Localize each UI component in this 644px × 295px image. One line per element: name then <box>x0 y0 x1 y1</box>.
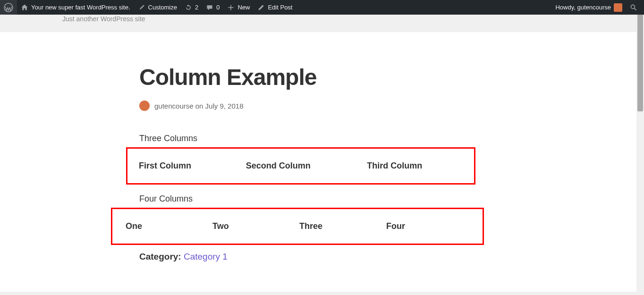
column-1: One <box>124 221 211 231</box>
edit-post-text: Edit Post <box>268 4 292 11</box>
updates-link[interactable]: 2 <box>181 0 202 15</box>
column-3: Third Column <box>341 161 463 171</box>
brush-icon <box>138 4 145 11</box>
new-link[interactable]: New <box>223 0 254 15</box>
new-text: New <box>237 4 250 11</box>
three-columns-block: First Column Second Column Third Column <box>126 147 475 185</box>
wp-logo-menu[interactable] <box>0 0 17 15</box>
site-name-link[interactable]: Your new super fast WordPress site. <box>17 0 134 15</box>
column-3: Three <box>297 221 384 231</box>
refresh-icon <box>185 4 192 11</box>
admin-bar-left: Your new super fast WordPress site. Cust… <box>0 0 296 15</box>
byline-text: gutencourse on July 9, 2018 <box>154 102 243 110</box>
column-1: First Column <box>139 161 235 171</box>
category-label: Category: <box>139 252 181 261</box>
wordpress-icon <box>4 3 13 12</box>
post-date[interactable]: July 9, 2018 <box>205 102 244 110</box>
site-tagline: Just another WordPress site <box>0 15 644 23</box>
post-title: Column Example <box>139 64 484 90</box>
category-link[interactable]: Category 1 <box>184 252 228 261</box>
pencil-icon <box>257 4 265 11</box>
scrollbar-thumb[interactable] <box>637 8 643 111</box>
post-content: Column Example gutencourse on July 9, 20… <box>139 32 484 262</box>
four-columns-block: One Two Three Four <box>111 208 484 245</box>
category-line: Category: Category 1 <box>139 252 484 262</box>
four-columns-label: Four Columns <box>139 194 484 204</box>
customize-link[interactable]: Customize <box>134 0 181 15</box>
site-name-text: Your new super fast WordPress site. <box>31 4 130 11</box>
column-2: Second Column <box>235 161 342 171</box>
three-columns-label: Three Columns <box>139 134 484 143</box>
comment-icon <box>206 4 213 11</box>
post-byline: gutencourse on July 9, 2018 <box>139 101 484 111</box>
search-icon <box>630 4 637 11</box>
comments-link[interactable]: 0 <box>202 0 223 15</box>
avatar-icon <box>614 3 622 12</box>
admin-bar: Your new super fast WordPress site. Cust… <box>0 0 644 15</box>
howdy-text: Howdy, gutencourse <box>555 4 611 11</box>
date-prefix: on <box>195 102 203 110</box>
plus-icon <box>227 4 235 11</box>
home-icon <box>21 4 28 11</box>
edit-post-link[interactable]: Edit Post <box>254 0 296 15</box>
author-link[interactable]: gutencourse <box>154 102 194 110</box>
scrollbar-track[interactable]: ▲ <box>636 0 644 295</box>
updates-count: 2 <box>195 4 198 11</box>
my-account-link[interactable]: Howdy, gutencourse <box>551 0 626 15</box>
page-content: Column Example gutencourse on July 9, 20… <box>0 32 644 292</box>
comments-count: 0 <box>216 4 220 11</box>
search-toggle[interactable] <box>626 0 641 15</box>
column-4: Four <box>384 221 471 231</box>
svg-point-1 <box>631 5 635 8</box>
author-avatar <box>139 101 150 111</box>
customize-text: Customize <box>148 4 177 11</box>
column-2: Two <box>211 221 297 231</box>
admin-bar-right: Howdy, gutencourse <box>551 0 644 15</box>
